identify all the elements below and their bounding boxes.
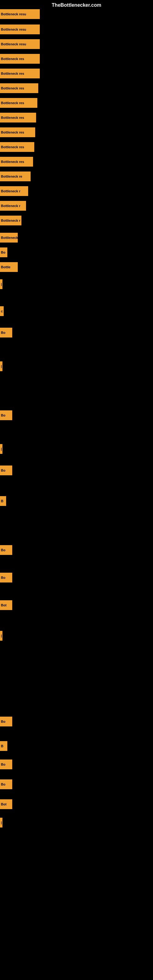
bar-item-30: | (0, 631, 2, 641)
bar-item-4: Bottleneck res (0, 54, 40, 64)
bar-label-6: Bottleneck res (1, 86, 24, 90)
bar-item-22: | (0, 361, 2, 371)
bar-item-16: Bottleneck res (0, 233, 18, 243)
bar-item-7: Bottleneck res (0, 98, 37, 108)
bar-label-35: Bot (1, 802, 6, 806)
bar-item-19: | (0, 279, 2, 289)
bar-item-14: Bottleneck r (0, 201, 26, 211)
bar-label-16: Bottleneck res (1, 236, 18, 240)
bar-label-22: | (1, 364, 2, 368)
bar-item-8: Bottleneck res (0, 113, 36, 123)
bar-item-13: Bottleneck r (0, 186, 28, 196)
bar-item-28: Bo (0, 573, 12, 582)
bar-label-18: Bottle (1, 265, 10, 269)
bar-label-23: Bo (1, 414, 5, 417)
bar-label-4: Bottleneck res (1, 57, 24, 60)
bar-item-9: Bottleneck res (0, 127, 35, 137)
bar-label-9: Bottleneck res (1, 130, 24, 134)
bar-label-13: Bottleneck r (1, 189, 21, 193)
bar-item-15: Bottleneck r (0, 216, 21, 225)
bar-label-11: Bottleneck res (1, 160, 24, 164)
bar-item-23: Bo (0, 410, 12, 420)
bar-item-21: Bo (0, 328, 12, 337)
bar-item-29: Bot (0, 600, 12, 610)
bar-item-11: Bottleneck res (0, 157, 33, 167)
bar-item-6: Bottleneck res (0, 83, 38, 93)
bar-item-3: Bottleneck resu (0, 39, 40, 49)
bar-item-26: B (0, 496, 6, 506)
bar-label-14: Bottleneck r (1, 204, 21, 208)
bar-item-20: c (0, 306, 4, 316)
bar-item-1: Bottleneck resu (0, 9, 40, 19)
bar-label-5: Bottleneck res (1, 72, 24, 75)
bar-item-33: Bo (0, 759, 12, 769)
bar-item-17: Bo (0, 247, 7, 257)
bar-item-35: Bot (0, 799, 12, 809)
bar-item-25: Bo (0, 466, 12, 475)
bar-item-24: | (0, 444, 2, 454)
bar-label-10: Bottleneck res (1, 145, 24, 149)
bar-label-34: Bo (1, 783, 5, 786)
bar-item-12: Bottleneck re (0, 172, 30, 181)
bar-label-8: Bottleneck res (1, 116, 24, 119)
bar-label-24: | (1, 447, 2, 451)
bar-label-27: Bo (1, 548, 5, 552)
bar-label-36: | (1, 821, 2, 824)
bar-label-21: Bo (1, 331, 5, 334)
bar-label-19: | (1, 282, 2, 286)
bar-label-33: Bo (1, 762, 5, 766)
bar-label-20: c (1, 309, 3, 313)
bar-label-2: Bottleneck resu (1, 27, 26, 31)
bar-label-1: Bottleneck resu (1, 12, 26, 16)
bar-label-31: Bo (1, 720, 5, 723)
bar-label-25: Bo (1, 469, 5, 472)
bar-item-32: B (0, 741, 7, 751)
bar-label-15: Bottleneck r (1, 219, 21, 222)
bar-label-26: B (1, 499, 3, 503)
bar-label-3: Bottleneck resu (1, 42, 26, 46)
bar-item-5: Bottleneck res (0, 68, 40, 78)
bar-label-12: Bottleneck re (1, 175, 22, 178)
bar-item-34: Bo (0, 780, 12, 789)
bar-label-29: Bot (1, 603, 6, 607)
bar-label-30: | (1, 634, 2, 638)
bar-item-31: Bo (0, 717, 12, 726)
bar-item-2: Bottleneck resu (0, 24, 40, 34)
bar-label-28: Bo (1, 576, 5, 579)
bar-item-27: Bo (0, 545, 12, 555)
bar-item-36: | (0, 818, 2, 827)
bar-label-17: Bo (1, 250, 5, 254)
bar-item-10: Bottleneck res (0, 142, 34, 152)
bar-item-18: Bottle (0, 262, 18, 272)
bar-label-32: B (1, 744, 3, 748)
bar-label-7: Bottleneck res (1, 101, 24, 105)
